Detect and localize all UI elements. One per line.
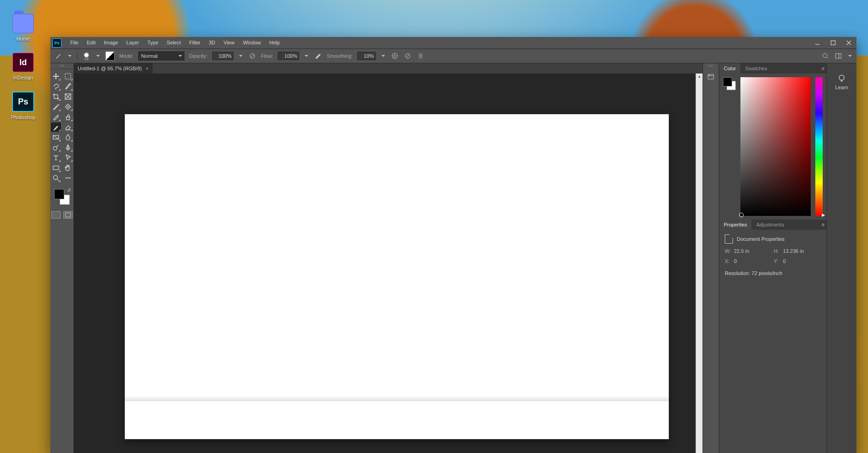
menu-type[interactable]: Type xyxy=(143,37,163,49)
properties-body: Document Properties W: 22.5 in H: 13.236… xyxy=(719,230,826,453)
hue-slider[interactable]: ▶ xyxy=(815,77,823,216)
tool-preset-picker[interactable] xyxy=(54,52,62,60)
opacity-caret-icon[interactable] xyxy=(238,52,244,60)
svg-point-12 xyxy=(67,148,68,149)
lasso-tool[interactable] xyxy=(51,82,61,91)
screen-mode-switch xyxy=(51,211,73,219)
menu-help[interactable]: Help xyxy=(265,37,284,49)
brush-preset-caret-icon[interactable] xyxy=(95,52,101,60)
color-picker-field[interactable] xyxy=(740,77,811,216)
workspace-caret-icon[interactable] xyxy=(847,52,853,60)
quick-select-tool[interactable] xyxy=(63,82,73,91)
airbrush-toggle[interactable] xyxy=(314,52,322,60)
crop-tool[interactable] xyxy=(51,92,61,101)
desktop-icon-home[interactable]: Home xyxy=(5,14,42,42)
maximize-button[interactable] xyxy=(825,37,841,49)
zoom-tool[interactable] xyxy=(51,173,61,183)
svg-point-14 xyxy=(54,176,58,180)
opacity-input[interactable]: 100% xyxy=(212,52,233,60)
learn-panel[interactable]: Learn xyxy=(826,63,856,453)
menu-image[interactable]: Image xyxy=(100,37,122,49)
canvas-viewport: ▴ xyxy=(74,73,703,453)
symmetry-button[interactable] xyxy=(416,52,425,60)
minimize-button[interactable] xyxy=(809,37,825,49)
menu-select[interactable]: Select xyxy=(163,37,185,49)
foreground-color-swatch[interactable] xyxy=(54,189,64,199)
toolbar-collapse-button[interactable]: «« xyxy=(50,63,73,69)
eyedropper-tool[interactable] xyxy=(51,102,61,111)
panel-menu-icon[interactable]: ≡ xyxy=(822,222,825,227)
frame-tool[interactable] xyxy=(63,92,73,101)
foreground-background-colors[interactable]: ↺ xyxy=(54,189,70,205)
opacity-pressure-toggle[interactable] xyxy=(248,52,257,60)
desktop-icon-indesign[interactable]: Id InDesign xyxy=(5,53,42,80)
brush-tool[interactable] xyxy=(51,122,61,132)
mode-label: Mode: xyxy=(119,53,134,59)
tool-preset-caret-icon[interactable] xyxy=(67,52,73,60)
quickmask-off-button[interactable] xyxy=(51,211,61,219)
flow-input[interactable]: 100% xyxy=(278,52,299,60)
menu-window[interactable]: Window xyxy=(238,37,265,49)
smoothing-options-button[interactable] xyxy=(391,52,399,60)
rectangle-tool[interactable] xyxy=(51,163,61,172)
type-tool[interactable] xyxy=(51,153,61,162)
brush-panel-toggle-icon[interactable] xyxy=(105,51,115,61)
menu-layer[interactable]: Layer xyxy=(122,37,143,49)
quickmask-on-button[interactable] xyxy=(63,211,73,219)
path-select-tool[interactable] xyxy=(63,153,73,162)
close-button[interactable] xyxy=(841,37,856,49)
color-fg-swatch[interactable] xyxy=(723,77,732,86)
pen-tool[interactable] xyxy=(63,143,73,152)
spot-heal-tool[interactable] xyxy=(63,102,73,111)
dock-collapse-button[interactable]: »» xyxy=(703,63,719,68)
blend-mode-dropdown[interactable]: Normal xyxy=(138,51,184,61)
home-icon xyxy=(12,14,34,33)
tools-panel: «« xyxy=(50,63,74,453)
tab-color[interactable]: Color xyxy=(719,63,740,73)
blur-tool[interactable] xyxy=(63,133,73,142)
marquee-tool[interactable] xyxy=(63,72,73,81)
desktop-icon-photoshop[interactable]: Ps Photoshop xyxy=(5,92,42,120)
tab-adjustments[interactable]: Adjustments xyxy=(752,220,789,230)
flow-caret-icon[interactable] xyxy=(304,52,309,60)
menu-edit[interactable]: Edit xyxy=(83,37,100,49)
swap-colors-icon[interactable]: ↺ xyxy=(67,188,71,193)
menu-3d[interactable]: 3D xyxy=(205,37,220,49)
svg-point-19 xyxy=(709,75,709,75)
smoothing-label: Smoothing: xyxy=(327,53,353,59)
color-panel-tabs: Color Swatches ≡ xyxy=(719,63,826,73)
panel-menu-icon[interactable]: ≡ xyxy=(822,66,825,71)
smoothing-input[interactable]: 10% xyxy=(357,52,376,60)
menu-filter[interactable]: Filter xyxy=(185,37,204,49)
h-value: 13.236 in xyxy=(783,248,821,254)
menu-file[interactable]: File xyxy=(66,37,83,49)
smoothing-caret-icon[interactable] xyxy=(380,52,386,60)
canvas-background[interactable] xyxy=(74,73,696,453)
workspace-switcher[interactable] xyxy=(834,52,843,60)
history-panel-button[interactable] xyxy=(706,72,716,82)
scroll-up-icon[interactable]: ▴ xyxy=(696,73,703,80)
clone-tool[interactable] xyxy=(63,112,73,122)
color-fgbg-swatch[interactable] xyxy=(723,77,736,90)
search-button[interactable] xyxy=(821,52,830,60)
close-tab-icon[interactable]: × xyxy=(146,66,148,71)
menu-view[interactable]: View xyxy=(220,37,239,49)
x-value: 0 xyxy=(734,258,772,264)
hand-tool[interactable] xyxy=(63,163,73,172)
eraser-tool[interactable] xyxy=(63,122,73,132)
tab-properties[interactable]: Properties xyxy=(719,220,752,230)
dodge-tool[interactable] xyxy=(51,143,61,152)
vertical-scrollbar[interactable]: ▴ xyxy=(696,73,703,453)
tab-swatches[interactable]: Swatches xyxy=(740,63,772,73)
brush-preset-picker[interactable]: 13 xyxy=(82,52,91,60)
document-canvas[interactable] xyxy=(125,114,669,439)
opacity-label: Opacity: xyxy=(189,53,208,59)
gradient-tool[interactable] xyxy=(51,133,61,142)
indesign-icon: Id xyxy=(12,53,34,72)
document-tab[interactable]: Untitled-1 @ 66.7% (RGB/8) × xyxy=(74,63,153,73)
edit-toolbar-button[interactable] xyxy=(63,173,73,183)
size-pressure-toggle[interactable] xyxy=(403,52,412,60)
healing-tool[interactable] xyxy=(51,112,61,122)
move-tool[interactable] xyxy=(51,72,61,81)
x-label: X: xyxy=(725,258,732,264)
